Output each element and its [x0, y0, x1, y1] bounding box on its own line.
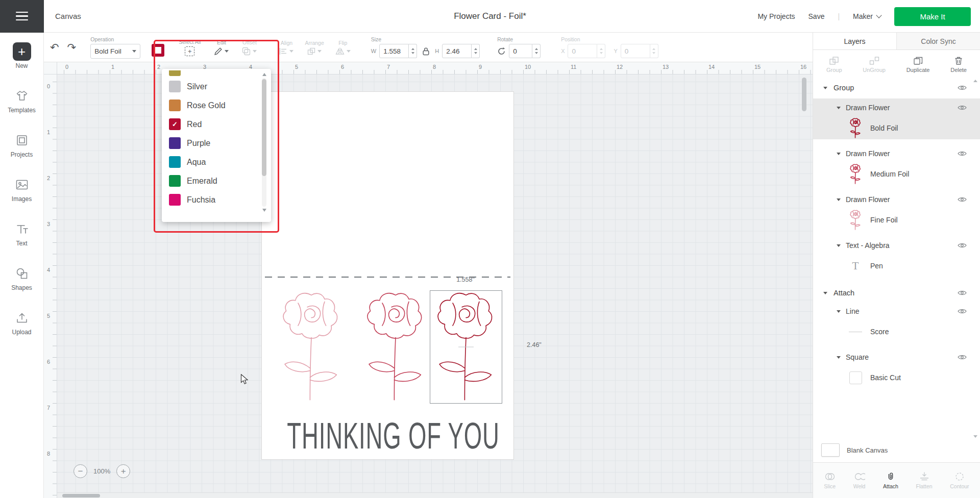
visibility-eye-icon[interactable] — [958, 242, 967, 248]
layer-row-drawn-flower-3[interactable]: Drawn Flower — [813, 190, 980, 209]
ruler-number: 5 — [47, 313, 50, 319]
layer-row-pen[interactable]: T Pen — [813, 255, 980, 277]
fine-foil-flower[interactable] — [278, 289, 345, 404]
sidebar-item-label: New — [15, 62, 28, 69]
collapse-caret-icon[interactable] — [837, 310, 841, 313]
sidebar-item-projects[interactable]: Projects — [0, 127, 43, 171]
layer-row-basic-cut[interactable]: Basic Cut — [813, 366, 980, 389]
contour-button[interactable]: Contour — [950, 471, 969, 489]
edit-button[interactable] — [214, 47, 229, 56]
weld-button[interactable]: Weld — [853, 471, 866, 489]
panel-scroll-down-icon[interactable] — [973, 435, 977, 438]
mouse-cursor — [240, 374, 250, 385]
selection-bounding-box[interactable] — [430, 290, 502, 404]
rotate-stepper[interactable] — [532, 44, 541, 58]
sidebar-item-new[interactable]: + New — [0, 38, 43, 82]
width-input[interactable] — [379, 44, 409, 58]
medium-foil-flower[interactable] — [362, 289, 429, 404]
layer-row-attach[interactable]: Attach — [813, 284, 980, 302]
my-projects-link[interactable]: My Projects — [757, 12, 795, 20]
save-link[interactable]: Save — [808, 12, 825, 20]
sidebar-item-templates[interactable]: Templates — [0, 82, 43, 127]
color-option-silver[interactable]: Silver — [162, 77, 259, 96]
attach-button[interactable]: Attach — [883, 471, 898, 489]
rotate-input[interactable] — [509, 44, 532, 58]
zoom-in-button[interactable]: + — [116, 464, 130, 478]
hamburger-menu-button[interactable] — [0, 0, 44, 33]
visibility-eye-icon[interactable] — [958, 290, 967, 296]
layer-row-fine-foil[interactable]: Fine Foil — [813, 209, 980, 231]
duplicate-button[interactable]: Duplicate — [906, 56, 930, 73]
collapse-caret-icon[interactable] — [823, 87, 827, 89]
flatten-button[interactable]: Flatten — [916, 471, 933, 489]
sidebar-item-text[interactable]: Text — [0, 215, 43, 260]
panel-scroll-up-icon[interactable] — [973, 80, 977, 82]
layer-row-group[interactable]: Group — [813, 79, 980, 97]
partial-color-swatch[interactable] — [169, 70, 181, 76]
layer-row-score[interactable]: Score — [813, 320, 980, 343]
collapse-caret-icon[interactable] — [837, 198, 841, 201]
make-it-button[interactable]: Make It — [894, 7, 971, 26]
color-swatch — [169, 194, 181, 206]
design-canvas[interactable]: THINKING OF YOU 1.558" 2.46" 0 1 2 3 4 5… — [44, 62, 813, 498]
collapse-caret-icon[interactable] — [823, 292, 827, 294]
color-option-red-selected[interactable]: ✓ Red — [162, 115, 259, 134]
delete-button[interactable]: Delete — [950, 56, 967, 73]
layer-row-drawn-flower-2[interactable]: Drawn Flower — [813, 144, 980, 163]
arrange-button[interactable] — [307, 47, 322, 55]
layer-row-square[interactable]: Square — [813, 348, 980, 366]
height-input[interactable] — [442, 44, 472, 58]
offset-button[interactable] — [242, 47, 257, 56]
width-stepper[interactable] — [409, 44, 417, 58]
group-button[interactable]: Group — [826, 56, 842, 73]
color-picker-dropdown: Silver Rose Gold ✓ Red Purple Aqua Emera… — [162, 69, 271, 222]
y-input[interactable] — [621, 44, 650, 58]
dropdown-scrollbar[interactable] — [261, 73, 268, 212]
zoom-out-button[interactable]: − — [74, 464, 87, 478]
layer-label: Drawn Flower — [846, 150, 890, 158]
lock-icon[interactable] — [422, 47, 430, 56]
visibility-eye-icon[interactable] — [958, 354, 967, 360]
undo-icon[interactable]: ↶ — [50, 41, 59, 54]
layer-row-medium-foil[interactable]: Medium Foil — [813, 163, 980, 185]
redo-icon[interactable]: ↷ — [67, 41, 77, 54]
layer-row-line[interactable]: Line — [813, 302, 980, 320]
tab-color-sync[interactable]: Color Sync — [896, 33, 980, 49]
collapse-caret-icon[interactable] — [837, 107, 841, 109]
collapse-caret-icon[interactable] — [837, 356, 841, 359]
tab-layers[interactable]: Layers — [813, 33, 896, 49]
color-option-fuchsia[interactable]: Fuchsia — [162, 190, 259, 209]
canvas-horizontal-scrollbar[interactable] — [44, 492, 813, 498]
visibility-eye-icon[interactable] — [958, 196, 967, 203]
card-sentiment-text[interactable]: THINKING OF YOU — [287, 414, 488, 457]
color-option-purple[interactable]: Purple — [162, 134, 259, 153]
sidebar-item-upload[interactable]: Upload — [0, 304, 43, 348]
ungroup-button[interactable]: UnGroup — [863, 56, 886, 73]
align-button[interactable] — [279, 47, 293, 55]
visibility-eye-icon[interactable] — [958, 308, 967, 314]
collapse-caret-icon[interactable] — [837, 244, 841, 247]
layer-row-text-algebra[interactable]: Text - Algebra — [813, 236, 980, 255]
blank-canvas-row[interactable]: Blank Canvas — [813, 440, 980, 460]
collapse-caret-icon[interactable] — [837, 153, 841, 155]
sidebar-item-images[interactable]: Images — [0, 171, 43, 215]
height-stepper[interactable] — [472, 44, 480, 58]
visibility-eye-icon[interactable] — [958, 105, 967, 111]
layer-row-bold-foil[interactable]: Bold Foil — [813, 117, 980, 139]
layer-row-drawn-flower-1[interactable]: Drawn Flower — [813, 98, 980, 117]
foil-color-swatch[interactable] — [152, 44, 164, 57]
canvas-vertical-scrollbar[interactable] — [802, 77, 806, 490]
sidebar-item-shapes[interactable]: Shapes — [0, 260, 43, 304]
slice-button[interactable]: Slice — [824, 471, 836, 489]
select-all-button[interactable]: + — [185, 46, 194, 56]
x-input[interactable] — [568, 44, 597, 58]
color-option-emerald[interactable]: Emerald — [162, 171, 259, 190]
machine-selector[interactable]: Maker — [853, 12, 881, 20]
rotate-icon[interactable] — [497, 47, 506, 56]
visibility-eye-icon[interactable] — [958, 151, 967, 157]
visibility-eye-icon[interactable] — [958, 85, 967, 91]
color-option-rose-gold[interactable]: Rose Gold — [162, 96, 259, 115]
operation-select[interactable]: Bold Foil — [90, 44, 140, 59]
flip-button[interactable] — [335, 47, 351, 55]
color-option-aqua[interactable]: Aqua — [162, 153, 259, 171]
